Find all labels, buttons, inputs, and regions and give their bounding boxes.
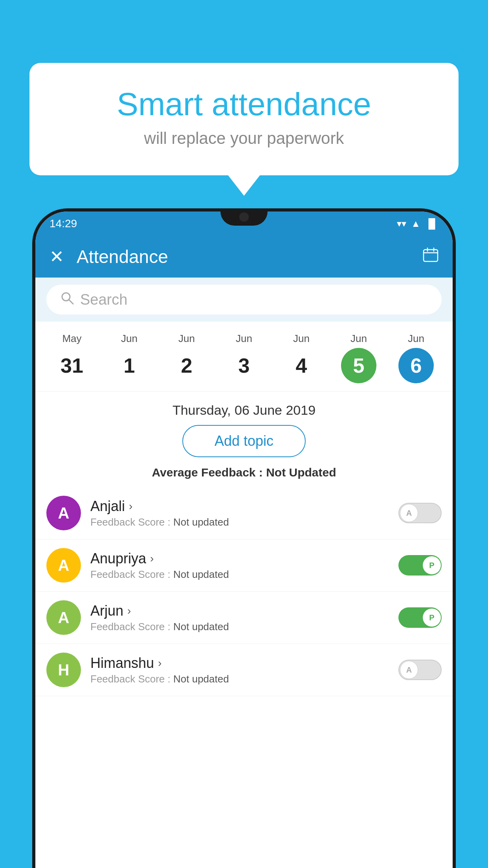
cal-date-label: 5: [341, 348, 376, 383]
search-bar[interactable]: Search: [46, 285, 442, 314]
selected-date-label: Thursday, 06 June 2019: [35, 392, 453, 425]
toggle-knob: P: [423, 556, 441, 574]
attendance-toggle[interactable]: A: [398, 660, 442, 680]
student-info: Anupriya ›Feedback Score : Not updated: [90, 550, 389, 581]
chevron-right-icon: ›: [158, 657, 161, 669]
cal-month-label: Jun: [236, 333, 252, 345]
student-name: Himanshu ›: [90, 655, 389, 671]
speech-bubble: Smart attendance will replace your paper…: [29, 63, 459, 175]
cal-date-label: 31: [54, 348, 90, 383]
student-info: Himanshu ›Feedback Score : Not updated: [90, 655, 389, 685]
speech-bubble-container: Smart attendance will replace your paper…: [29, 63, 459, 175]
student-feedback-score: Feedback Score : Not updated: [90, 516, 389, 528]
student-name: Arjun ›: [90, 603, 389, 619]
student-avatar: A: [46, 600, 81, 635]
avg-feedback-value: Not Updated: [266, 466, 336, 479]
calendar-day-3[interactable]: Jun3: [226, 333, 262, 383]
battery-icon: ▐▌: [425, 218, 438, 229]
cal-date-label: 6: [398, 348, 434, 383]
student-feedback-score: Feedback Score : Not updated: [90, 568, 389, 581]
cal-month-label: Jun: [408, 333, 424, 345]
cal-date-label: 4: [284, 348, 319, 383]
wifi-icon: ▾▾: [397, 218, 406, 229]
cal-date-label: 2: [169, 348, 204, 383]
toggle-knob: P: [423, 609, 441, 627]
calendar-day-5[interactable]: Jun5: [341, 333, 376, 383]
close-button[interactable]: ✕: [50, 248, 64, 265]
header-title: Attendance: [77, 246, 410, 267]
student-item[interactable]: AAnjali ›Feedback Score : Not updatedA: [35, 487, 453, 539]
student-list: AAnjali ›Feedback Score : Not updatedAAA…: [35, 487, 453, 696]
student-item[interactable]: AAnupriya ›Feedback Score : Not updatedP: [35, 539, 453, 592]
calendar-day-1[interactable]: Jun1: [112, 333, 147, 383]
search-placeholder: Search: [80, 291, 127, 308]
attendance-toggle[interactable]: A: [398, 503, 442, 523]
cal-month-label: May: [62, 333, 81, 345]
cal-month-label: Jun: [350, 333, 367, 345]
svg-rect-0: [424, 250, 438, 261]
calendar-day-6[interactable]: Jun6: [398, 333, 434, 383]
student-avatar: A: [46, 548, 81, 583]
student-avatar: A: [46, 496, 81, 530]
phone-frame: 14:29 ▾▾ ▲ ▐▌ ✕ Attendance: [32, 208, 456, 868]
phone-inner: 14:29 ▾▾ ▲ ▐▌ ✕ Attendance: [35, 211, 453, 868]
bubble-title: Smart attendance: [61, 86, 427, 122]
student-feedback-score: Feedback Score : Not updated: [90, 673, 389, 685]
cal-date-label: 1: [112, 348, 147, 383]
signal-icon: ▲: [411, 218, 420, 229]
cal-month-label: Jun: [121, 333, 138, 345]
search-icon: [61, 291, 74, 308]
app-header: ✕ Attendance: [35, 236, 453, 278]
add-topic-container: Add topic: [35, 425, 453, 466]
chevron-right-icon: ›: [129, 500, 132, 513]
chevron-right-icon: ›: [150, 552, 154, 565]
status-icons: ▾▾ ▲ ▐▌: [397, 218, 438, 229]
cal-month-label: Jun: [178, 333, 195, 345]
status-time: 14:29: [50, 217, 77, 230]
attendance-toggle[interactable]: P: [398, 607, 442, 628]
cal-month-label: Jun: [293, 333, 310, 345]
student-name: Anjali ›: [90, 498, 389, 515]
student-name: Anupriya ›: [90, 550, 389, 567]
bubble-subtitle: will replace your paperwork: [61, 129, 427, 148]
chevron-right-icon: ›: [127, 605, 131, 617]
calendar-strip: May31Jun1Jun2Jun3Jun4Jun5Jun6: [35, 322, 453, 392]
toggle-knob: A: [400, 661, 418, 679]
student-item[interactable]: AArjun ›Feedback Score : Not updatedP: [35, 592, 453, 644]
calendar-icon[interactable]: [423, 247, 438, 267]
student-feedback-score: Feedback Score : Not updated: [90, 621, 389, 633]
search-bar-container: Search: [35, 278, 453, 322]
notch: [220, 208, 268, 226]
student-info: Anjali ›Feedback Score : Not updated: [90, 498, 389, 528]
average-feedback: Average Feedback : Not Updated: [35, 466, 453, 487]
notch-camera: [239, 212, 249, 222]
student-item[interactable]: HHimanshu ›Feedback Score : Not updatedA: [35, 644, 453, 696]
avg-feedback-label: Average Feedback :: [152, 466, 262, 479]
student-info: Arjun ›Feedback Score : Not updated: [90, 603, 389, 633]
calendar-day-2[interactable]: Jun2: [169, 333, 204, 383]
student-avatar: H: [46, 653, 81, 687]
calendar-day-4[interactable]: Jun4: [284, 333, 319, 383]
add-topic-button[interactable]: Add topic: [182, 425, 306, 457]
attendance-toggle[interactable]: P: [398, 555, 442, 576]
svg-line-5: [69, 300, 73, 304]
cal-date-label: 3: [226, 348, 262, 383]
toggle-knob: A: [400, 504, 418, 522]
calendar-day-31[interactable]: May31: [54, 333, 90, 383]
